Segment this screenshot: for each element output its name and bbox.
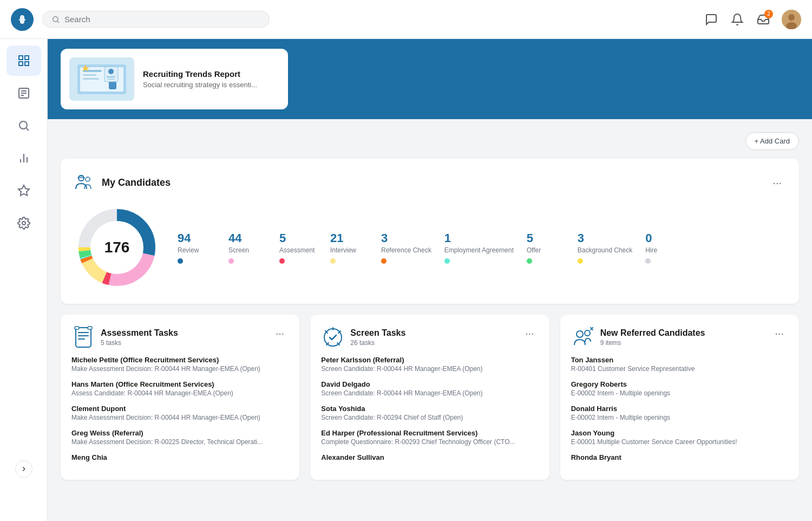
stat-label: Offer: [527, 246, 541, 254]
task-item[interactable]: Michele Petite (Office Recruitment Servi…: [71, 356, 289, 373]
referred-icon: [571, 325, 595, 349]
stat-item-interview[interactable]: 21 Interview: [330, 231, 368, 264]
bell-icon[interactable]: [730, 12, 745, 27]
new-referred-title: New Referred Candidates: [600, 328, 705, 338]
search-box[interactable]: [42, 11, 270, 28]
svg-rect-43: [76, 328, 91, 347]
my-candidates-header: My Candidates ···: [74, 172, 786, 193]
task-item[interactable]: Gregory Roberts E-00002 Intern - Multipl…: [571, 380, 788, 397]
content-area: + Add Card My Candidates: [48, 119, 812, 493]
svg-rect-28: [108, 79, 114, 80]
add-card-button[interactable]: + Add Card: [745, 132, 799, 150]
task-item[interactable]: Clement Dupont Make Assessment Decision:…: [71, 405, 289, 421]
stat-label: Hire: [645, 246, 657, 254]
task-name: Michele Petite (Office Recruitment Servi…: [71, 356, 289, 364]
task-item[interactable]: Ed Harper (Professional Recruitment Serv…: [321, 429, 538, 446]
assessment-title-row: Assessment Tasks 5 tasks: [71, 325, 178, 349]
banner-text: Recruiting Trends Report Social recruiti…: [143, 69, 257, 89]
assessment-more-button[interactable]: ···: [271, 325, 289, 341]
svg-marker-16: [18, 185, 29, 196]
stat-dot: [178, 258, 183, 264]
stat-label: Interview: [330, 246, 356, 254]
add-card-row: + Add Card: [61, 132, 799, 150]
screen-more-button[interactable]: ···: [521, 325, 539, 341]
chat-icon[interactable]: [704, 12, 719, 27]
task-name: Alexander Sullivan: [321, 453, 538, 461]
sidebar-expand: [0, 460, 47, 478]
nav-right: 2: [704, 10, 801, 29]
stat-dot: [527, 258, 532, 264]
stats-grid: 94 Review 44 Screen 5 Assessment 21 Inte…: [178, 231, 786, 264]
task-item[interactable]: Sota Yoshida Screen Candidate: R-00294 C…: [321, 405, 538, 421]
assessment-title-text: Assessment Tasks 5 tasks: [101, 328, 178, 347]
stat-item-assessment[interactable]: 5 Assessment: [279, 231, 317, 264]
inbox-icon[interactable]: 2: [756, 12, 771, 27]
screen-title-text: Screen Tasks 26 tasks: [350, 328, 405, 347]
svg-rect-27: [107, 76, 115, 77]
sidebar-item-search[interactable]: [6, 110, 41, 141]
add-card-label: + Add Card: [755, 137, 790, 145]
stat-item-hire[interactable]: 0 Hire: [645, 231, 683, 264]
stat-item-employment-agreement[interactable]: 1 Employment Agreement: [444, 231, 514, 264]
task-item[interactable]: Jason Young E-00001 Multiple Customer Se…: [571, 429, 788, 446]
task-item[interactable]: Hans Marten (Office Recruitment Services…: [71, 380, 289, 397]
screen-icon: [321, 325, 345, 349]
task-item[interactable]: Meng Chia: [71, 453, 289, 461]
svg-point-12: [19, 121, 27, 129]
referred-more-button[interactable]: ···: [770, 325, 788, 341]
stat-dot: [330, 258, 336, 264]
svg-point-17: [22, 222, 25, 225]
candidates-icon: [74, 172, 95, 193]
task-item[interactable]: Alexander Sullivan: [321, 453, 538, 461]
new-referred-count: 9 items: [600, 339, 705, 347]
svg-point-31: [86, 177, 90, 181]
task-name: Peter Karlsson (Referral): [321, 356, 538, 364]
svg-rect-7: [25, 62, 29, 66]
task-desc: R-00401 Customer Service Representative: [571, 365, 788, 373]
referred-title-row: New Referred Candidates 9 items: [571, 325, 705, 349]
stat-item-offer[interactable]: 5 Offer: [527, 231, 565, 264]
search-input[interactable]: [64, 15, 260, 24]
stat-number: 3: [381, 231, 388, 245]
assessment-icon: [71, 325, 95, 349]
bottom-cards-grid: Assessment Tasks 5 tasks ··· Michele Pet…: [61, 315, 799, 480]
stat-item-background-check[interactable]: 3 Background Check: [578, 231, 632, 264]
task-desc: E-00002 Intern - Multiple openings: [571, 389, 788, 397]
my-candidates-title: My Candidates: [102, 177, 171, 188]
svg-point-0: [53, 16, 58, 21]
stat-number: 0: [645, 231, 652, 245]
task-item[interactable]: Greg Weiss (Referral) Make Assessment De…: [71, 429, 289, 446]
logo[interactable]: [11, 8, 34, 31]
task-name: Hans Marten (Office Recruitment Services…: [71, 380, 289, 388]
screen-tasks-title: Screen Tasks: [350, 328, 405, 338]
task-item[interactable]: Ton Janssen R-00401 Customer Service Rep…: [571, 356, 788, 373]
screen-tasks-header: Screen Tasks 26 tasks ···: [321, 325, 538, 349]
screen-tasks-count: 26 tasks: [350, 339, 405, 347]
sidebar-item-reports[interactable]: [6, 78, 41, 108]
sidebar-item-favorites[interactable]: [6, 175, 41, 206]
task-item[interactable]: Donald Harris E-00002 Intern - Multiple …: [571, 405, 788, 421]
stat-item-review[interactable]: 94 Review: [178, 231, 215, 264]
stat-item-screen[interactable]: 44 Screen: [228, 231, 266, 264]
donut-total: 176: [104, 239, 130, 256]
avatar[interactable]: [782, 10, 801, 29]
task-item[interactable]: Rhonda Bryant: [571, 453, 788, 461]
svg-point-49: [324, 329, 342, 346]
stat-dot: [645, 258, 651, 264]
stat-dot: [381, 258, 387, 264]
stat-label: Employment Agreement: [444, 246, 514, 254]
task-item[interactable]: Peter Karlsson (Referral) Screen Candida…: [321, 356, 538, 373]
assessment-tasks-count: 5 tasks: [101, 339, 178, 347]
svg-point-2: [788, 14, 795, 21]
sidebar-item-dashboard[interactable]: [6, 45, 41, 76]
sidebar-item-analytics[interactable]: [6, 143, 41, 173]
task-item[interactable]: David Delgado Screen Candidate: R-00044 …: [321, 380, 538, 397]
stat-dot: [279, 258, 285, 264]
task-name: Rhonda Bryant: [571, 453, 788, 461]
banner-card[interactable]: Recruiting Trends Report Social recruiti…: [61, 49, 288, 109]
svg-rect-21: [83, 74, 96, 76]
sidebar-item-settings[interactable]: [6, 208, 41, 238]
sidebar-expand-button[interactable]: [15, 460, 32, 478]
stat-item-reference-check[interactable]: 3 Reference Check: [381, 231, 431, 264]
my-candidates-more-button[interactable]: ···: [768, 175, 786, 190]
